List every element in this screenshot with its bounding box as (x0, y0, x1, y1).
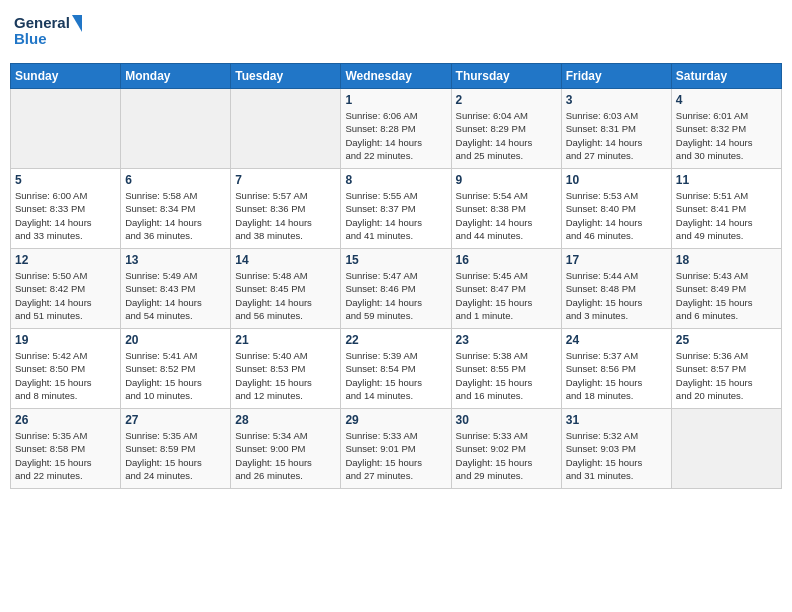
day-info: Sunrise: 5:42 AM Sunset: 8:50 PM Dayligh… (15, 349, 116, 402)
day-info: Sunrise: 5:37 AM Sunset: 8:56 PM Dayligh… (566, 349, 667, 402)
day-cell: 22Sunrise: 5:39 AM Sunset: 8:54 PM Dayli… (341, 329, 451, 409)
day-number: 13 (125, 253, 226, 267)
day-cell: 16Sunrise: 5:45 AM Sunset: 8:47 PM Dayli… (451, 249, 561, 329)
day-number: 1 (345, 93, 446, 107)
day-number: 4 (676, 93, 777, 107)
day-cell (671, 409, 781, 489)
week-row-3: 12Sunrise: 5:50 AM Sunset: 8:42 PM Dayli… (11, 249, 782, 329)
day-info: Sunrise: 5:33 AM Sunset: 9:01 PM Dayligh… (345, 429, 446, 482)
day-cell: 26Sunrise: 5:35 AM Sunset: 8:58 PM Dayli… (11, 409, 121, 489)
day-info: Sunrise: 5:38 AM Sunset: 8:55 PM Dayligh… (456, 349, 557, 402)
header-wednesday: Wednesday (341, 64, 451, 89)
day-info: Sunrise: 5:55 AM Sunset: 8:37 PM Dayligh… (345, 189, 446, 242)
day-number: 8 (345, 173, 446, 187)
day-info: Sunrise: 5:36 AM Sunset: 8:57 PM Dayligh… (676, 349, 777, 402)
day-number: 11 (676, 173, 777, 187)
day-info: Sunrise: 6:03 AM Sunset: 8:31 PM Dayligh… (566, 109, 667, 162)
day-info: Sunrise: 5:57 AM Sunset: 8:36 PM Dayligh… (235, 189, 336, 242)
day-info: Sunrise: 5:54 AM Sunset: 8:38 PM Dayligh… (456, 189, 557, 242)
day-info: Sunrise: 5:35 AM Sunset: 8:59 PM Dayligh… (125, 429, 226, 482)
day-number: 30 (456, 413, 557, 427)
day-info: Sunrise: 6:06 AM Sunset: 8:28 PM Dayligh… (345, 109, 446, 162)
day-number: 25 (676, 333, 777, 347)
header-sunday: Sunday (11, 64, 121, 89)
day-cell: 3Sunrise: 6:03 AM Sunset: 8:31 PM Daylig… (561, 89, 671, 169)
day-cell: 13Sunrise: 5:49 AM Sunset: 8:43 PM Dayli… (121, 249, 231, 329)
day-info: Sunrise: 5:58 AM Sunset: 8:34 PM Dayligh… (125, 189, 226, 242)
day-number: 27 (125, 413, 226, 427)
day-info: Sunrise: 5:47 AM Sunset: 8:46 PM Dayligh… (345, 269, 446, 322)
day-number: 28 (235, 413, 336, 427)
day-info: Sunrise: 5:53 AM Sunset: 8:40 PM Dayligh… (566, 189, 667, 242)
day-cell: 5Sunrise: 6:00 AM Sunset: 8:33 PM Daylig… (11, 169, 121, 249)
day-cell: 8Sunrise: 5:55 AM Sunset: 8:37 PM Daylig… (341, 169, 451, 249)
day-number: 19 (15, 333, 116, 347)
week-row-4: 19Sunrise: 5:42 AM Sunset: 8:50 PM Dayli… (11, 329, 782, 409)
page-header: General Blue (10, 10, 782, 55)
header-tuesday: Tuesday (231, 64, 341, 89)
day-cell: 20Sunrise: 5:41 AM Sunset: 8:52 PM Dayli… (121, 329, 231, 409)
day-number: 31 (566, 413, 667, 427)
day-cell: 6Sunrise: 5:58 AM Sunset: 8:34 PM Daylig… (121, 169, 231, 249)
day-number: 17 (566, 253, 667, 267)
day-number: 2 (456, 93, 557, 107)
day-cell: 21Sunrise: 5:40 AM Sunset: 8:53 PM Dayli… (231, 329, 341, 409)
day-info: Sunrise: 5:49 AM Sunset: 8:43 PM Dayligh… (125, 269, 226, 322)
day-cell: 10Sunrise: 5:53 AM Sunset: 8:40 PM Dayli… (561, 169, 671, 249)
day-cell: 17Sunrise: 5:44 AM Sunset: 8:48 PM Dayli… (561, 249, 671, 329)
day-cell: 30Sunrise: 5:33 AM Sunset: 9:02 PM Dayli… (451, 409, 561, 489)
day-cell (11, 89, 121, 169)
day-info: Sunrise: 5:39 AM Sunset: 8:54 PM Dayligh… (345, 349, 446, 402)
day-cell: 24Sunrise: 5:37 AM Sunset: 8:56 PM Dayli… (561, 329, 671, 409)
day-info: Sunrise: 5:51 AM Sunset: 8:41 PM Dayligh… (676, 189, 777, 242)
day-cell: 1Sunrise: 6:06 AM Sunset: 8:28 PM Daylig… (341, 89, 451, 169)
day-number: 6 (125, 173, 226, 187)
day-cell: 14Sunrise: 5:48 AM Sunset: 8:45 PM Dayli… (231, 249, 341, 329)
day-number: 26 (15, 413, 116, 427)
svg-marker-2 (72, 15, 82, 32)
day-cell: 25Sunrise: 5:36 AM Sunset: 8:57 PM Dayli… (671, 329, 781, 409)
day-info: Sunrise: 5:40 AM Sunset: 8:53 PM Dayligh… (235, 349, 336, 402)
day-cell: 31Sunrise: 5:32 AM Sunset: 9:03 PM Dayli… (561, 409, 671, 489)
day-cell: 28Sunrise: 5:34 AM Sunset: 9:00 PM Dayli… (231, 409, 341, 489)
day-cell: 27Sunrise: 5:35 AM Sunset: 8:59 PM Dayli… (121, 409, 231, 489)
day-cell: 7Sunrise: 5:57 AM Sunset: 8:36 PM Daylig… (231, 169, 341, 249)
day-info: Sunrise: 5:33 AM Sunset: 9:02 PM Dayligh… (456, 429, 557, 482)
day-info: Sunrise: 6:01 AM Sunset: 8:32 PM Dayligh… (676, 109, 777, 162)
day-number: 24 (566, 333, 667, 347)
day-info: Sunrise: 5:41 AM Sunset: 8:52 PM Dayligh… (125, 349, 226, 402)
day-number: 7 (235, 173, 336, 187)
day-cell (121, 89, 231, 169)
day-cell: 23Sunrise: 5:38 AM Sunset: 8:55 PM Dayli… (451, 329, 561, 409)
day-cell: 15Sunrise: 5:47 AM Sunset: 8:46 PM Dayli… (341, 249, 451, 329)
day-number: 23 (456, 333, 557, 347)
day-info: Sunrise: 6:04 AM Sunset: 8:29 PM Dayligh… (456, 109, 557, 162)
day-cell (231, 89, 341, 169)
day-info: Sunrise: 5:45 AM Sunset: 8:47 PM Dayligh… (456, 269, 557, 322)
day-number: 16 (456, 253, 557, 267)
header-saturday: Saturday (671, 64, 781, 89)
day-cell: 18Sunrise: 5:43 AM Sunset: 8:49 PM Dayli… (671, 249, 781, 329)
day-info: Sunrise: 6:00 AM Sunset: 8:33 PM Dayligh… (15, 189, 116, 242)
day-cell: 9Sunrise: 5:54 AM Sunset: 8:38 PM Daylig… (451, 169, 561, 249)
day-number: 18 (676, 253, 777, 267)
day-number: 29 (345, 413, 446, 427)
logo-svg: General Blue (14, 10, 84, 55)
logo: General Blue (14, 10, 84, 55)
day-info: Sunrise: 5:44 AM Sunset: 8:48 PM Dayligh… (566, 269, 667, 322)
header-row: SundayMondayTuesdayWednesdayThursdayFrid… (11, 64, 782, 89)
day-cell: 4Sunrise: 6:01 AM Sunset: 8:32 PM Daylig… (671, 89, 781, 169)
day-info: Sunrise: 5:50 AM Sunset: 8:42 PM Dayligh… (15, 269, 116, 322)
day-number: 20 (125, 333, 226, 347)
day-number: 21 (235, 333, 336, 347)
calendar-table: SundayMondayTuesdayWednesdayThursdayFrid… (10, 63, 782, 489)
day-number: 15 (345, 253, 446, 267)
svg-text:General: General (14, 14, 70, 31)
day-info: Sunrise: 5:35 AM Sunset: 8:58 PM Dayligh… (15, 429, 116, 482)
day-number: 3 (566, 93, 667, 107)
day-cell: 2Sunrise: 6:04 AM Sunset: 8:29 PM Daylig… (451, 89, 561, 169)
day-cell: 12Sunrise: 5:50 AM Sunset: 8:42 PM Dayli… (11, 249, 121, 329)
day-info: Sunrise: 5:34 AM Sunset: 9:00 PM Dayligh… (235, 429, 336, 482)
week-row-2: 5Sunrise: 6:00 AM Sunset: 8:33 PM Daylig… (11, 169, 782, 249)
day-cell: 19Sunrise: 5:42 AM Sunset: 8:50 PM Dayli… (11, 329, 121, 409)
